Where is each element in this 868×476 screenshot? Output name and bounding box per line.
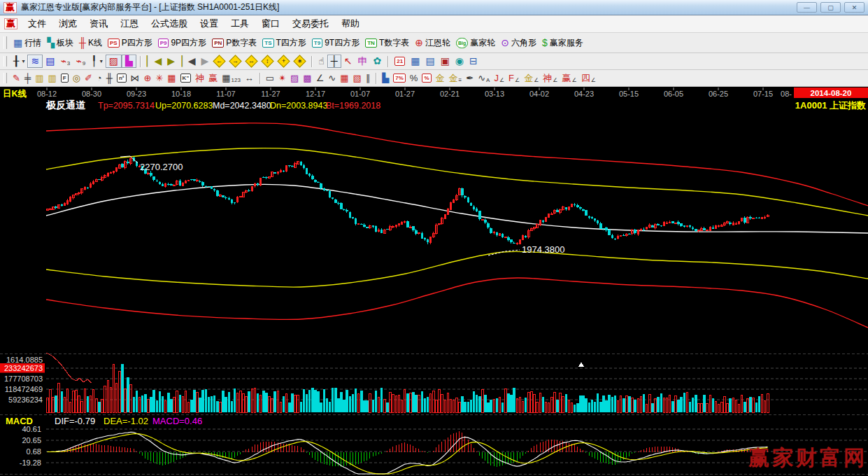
ray-fan-tool[interactable]: ✴ (276, 72, 288, 84)
hand-tool-button[interactable]: ☝ (315, 55, 327, 67)
net-update-button[interactable]: ◉ (453, 55, 467, 67)
mirror-angle-tool[interactable]: ⋈ (129, 72, 142, 84)
9t-square-button[interactable]: T9 9T四方形 (309, 36, 362, 50)
shen-grid-tool[interactable]: 神 (193, 72, 206, 84)
spiral-tool[interactable]: ◎ (71, 72, 83, 84)
purple-box-tool[interactable]: ▨ (288, 72, 301, 84)
parallel-lines-tool[interactable]: ∥ (364, 72, 373, 84)
minimize-button[interactable]: — (797, 2, 817, 13)
menu-item[interactable]: 文件 (22, 15, 52, 32)
region-map-button[interactable]: ▨ (106, 55, 122, 68)
gold-scale-tool[interactable]: ▥ (33, 72, 45, 84)
profile-chart-button[interactable]: ▙ (122, 55, 136, 68)
gold-angle-tool[interactable]: 金 ∠ (522, 72, 541, 84)
prev-candle-button[interactable]: ◀ (185, 55, 199, 67)
pan-right-button[interactable]: → (229, 55, 242, 67)
compass-tool[interactable]: ⊕ (142, 72, 154, 84)
brush-tool[interactable]: ✎ (10, 72, 22, 84)
f10-info-button[interactable]: ▤ (43, 55, 57, 67)
f-angle-tool[interactable]: F ∠ (506, 72, 522, 84)
crosshair-tool-button[interactable]: ┼ (327, 55, 341, 68)
zigzag-tool[interactable]: ∿ (326, 72, 338, 84)
grid-123-tool[interactable]: ▦ 123 (220, 72, 243, 84)
ying-grid-tool[interactable]: 赢 (206, 72, 220, 84)
j-angle-tool[interactable]: J ∠ (492, 72, 506, 84)
ying-angle-tool[interactable]: 赢 ∠ (560, 72, 579, 84)
expand-all-button[interactable]: + (278, 55, 290, 67)
span-arrow-tool[interactable]: ↔ (243, 72, 256, 84)
gold-line-tool[interactable]: 金 ≡ (447, 72, 464, 84)
compress-chart-button[interactable]: ≋ (27, 55, 43, 68)
si-angle-tool[interactable]: 四 ∠ (579, 72, 598, 84)
menu-item[interactable]: 交易委托 (286, 15, 335, 32)
grid-target-tool[interactable]: ▦ (165, 72, 178, 84)
next-candle-button[interactable]: ▶ (199, 55, 212, 67)
quote-table-button[interactable]: ▦ 行情 (10, 36, 44, 50)
star-grid-tool[interactable]: ✳ (153, 72, 165, 84)
n2-tool[interactable]: n² (115, 73, 129, 83)
shen-angle-tool[interactable]: 神 ∠ (541, 72, 560, 84)
remote-service-button[interactable]: ⊟ (467, 55, 481, 67)
wave-9-button[interactable]: ⌁ 9 (73, 55, 88, 67)
menu-item[interactable]: 江恩 (114, 15, 145, 32)
menu-item[interactable]: 帮助 (335, 15, 366, 32)
menu-item[interactable]: 工具 (225, 15, 255, 32)
ruler-tool[interactable]: ╫ (104, 72, 115, 84)
window-button-glyph: ✕ (852, 4, 858, 11)
t-square-button[interactable]: TS T四方形 (259, 36, 309, 50)
chart-canvas[interactable]: 08-1208-3009-2310-1811-0711-2712-1701-07… (0, 87, 868, 476)
pan-left-button[interactable]: ← (213, 55, 226, 67)
menu-item[interactable]: 窗口 (255, 15, 286, 32)
cycle-clock-tool[interactable]: ◔ (94, 72, 104, 84)
percent-7-tool[interactable]: 7% (391, 73, 408, 83)
kline-style-dropdown[interactable]: ╂ ▾ (10, 55, 27, 67)
shrink-all-button[interactable]: ∗ (294, 55, 306, 67)
smart-brain-button[interactable]: ✿ (371, 55, 385, 67)
zoom-h-button[interactable]: ↔ (246, 55, 258, 67)
percent-tool[interactable]: % (408, 72, 420, 84)
p-number-table-button[interactable]: PN P数字表 (209, 36, 259, 50)
red-grid2-tool[interactable]: ▧ (351, 72, 364, 84)
kline-button[interactable]: ╫ K线 (76, 36, 105, 50)
zoom-v-button[interactable]: ↕ (262, 55, 274, 67)
wave-3-button[interactable]: ⌁ 3 (57, 55, 73, 67)
notes-button[interactable]: ▤ (422, 55, 437, 67)
winner-wheel-button[interactable]: Big 赢家轮 (453, 36, 498, 50)
percent-line-tool[interactable]: % (420, 73, 433, 83)
gold-circle-tool[interactable]: 金 (434, 72, 447, 84)
gann-marker-button[interactable]: 申 (355, 55, 371, 67)
ink-pen-tool[interactable]: ✒ (464, 72, 476, 84)
trend-lines-tool[interactable]: ∠ (314, 72, 327, 84)
wave-a-tool[interactable]: ∿ A (476, 72, 492, 84)
sector-button[interactable]: ▚ 板块 (44, 36, 76, 50)
maximize-button[interactable]: ▢ (820, 2, 841, 13)
k-mark-tool[interactable]: K" (178, 73, 194, 83)
purple-grid-tool[interactable]: ▩ (301, 72, 313, 84)
last-page-button[interactable]: ▶▕ (164, 55, 185, 67)
hscale-tool[interactable]: ╪ (22, 72, 33, 84)
winner-service-button[interactable]: $ 赢家服务 (539, 36, 586, 50)
p-square-button[interactable]: PS P四方形 (105, 36, 155, 50)
9p-square-button[interactable]: P9 9P四方形 (155, 36, 209, 50)
gann-wheel-button[interactable]: ⊕ 江恩轮 (412, 36, 453, 50)
calculator-button[interactable]: ▦ (408, 55, 422, 67)
red-pen-tool[interactable]: ✐ (83, 72, 94, 84)
date-tick: 08-30 (82, 90, 101, 98)
gold-scale2-tool[interactable]: ▥ (45, 72, 58, 84)
first-page-button[interactable]: ▏◀ (144, 55, 165, 67)
close-button[interactable]: ✕ (844, 2, 865, 13)
menu-item[interactable]: 浏览 (52, 15, 83, 32)
gann-box-tool[interactable]: ▙ (380, 72, 391, 84)
red-grid-tool[interactable]: ▦ (338, 72, 350, 84)
menu-item[interactable]: 设置 (194, 15, 225, 32)
save-button[interactable]: ▣ (438, 55, 453, 67)
hexagon-button[interactable]: ⊙ 六角形 (498, 36, 539, 50)
rect-tool[interactable]: ▭ (264, 72, 276, 84)
menu-item[interactable]: 公式选股 (145, 15, 194, 32)
t-number-table-button[interactable]: TN T数字表 (362, 36, 412, 50)
pointer-tool-button[interactable]: ↖ (341, 55, 355, 67)
menu-item[interactable]: 资讯 (83, 15, 114, 32)
calendar-button[interactable]: 21 (392, 56, 408, 66)
candle-type-dropdown[interactable]: ╿ ▾ (88, 55, 105, 67)
f-scale-tool[interactable]: F (59, 73, 71, 83)
